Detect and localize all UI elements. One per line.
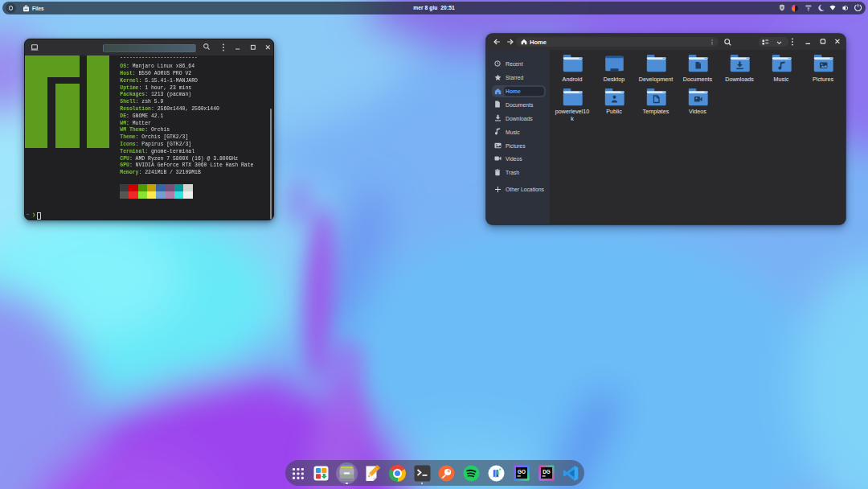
svg-text:GO: GO: [518, 469, 526, 475]
svg-text:DG: DG: [542, 469, 551, 475]
